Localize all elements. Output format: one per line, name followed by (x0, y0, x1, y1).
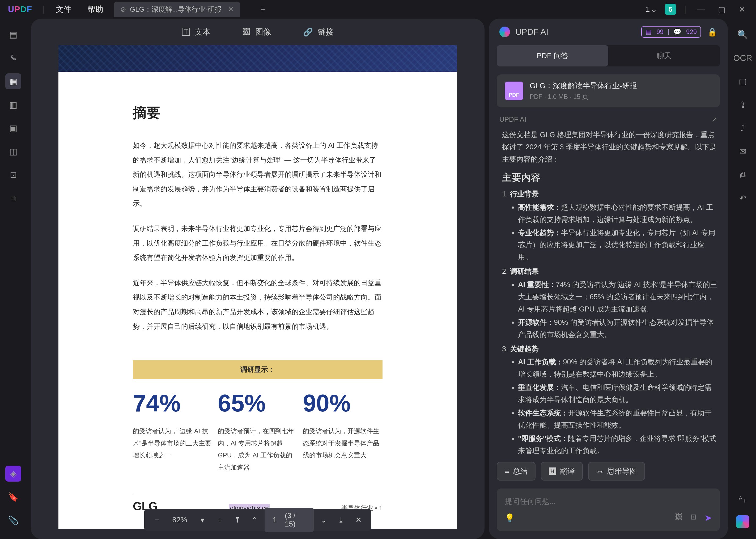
mindmap-icon: ⧟ (596, 467, 603, 476)
phone-tool[interactable]: ▢ (735, 73, 751, 89)
ai-section: 关键趋势AI 工作负载：90% 的受访者将 AI 工作负载列为行业最重要的增长领… (502, 343, 717, 457)
open-external-icon[interactable]: ↗ (711, 116, 717, 123)
reader-tool[interactable]: ▤ (5, 27, 21, 42)
zoom-bar: − 82% ▾ ＋ ⤒ ⌃ 1 (3 / 15) ⌄ ⤓ ✕ (144, 509, 371, 531)
hint-icon[interactable]: 💡 (505, 513, 515, 522)
survey-banner: 调研显示： (133, 360, 382, 379)
user-avatar[interactable]: 5 (665, 4, 676, 15)
stat-block: 90% 的受访者认为，开源软件生态系统对于发掘半导体产品线的市场机会意义重大 (303, 390, 382, 473)
edit-tool[interactable]: ▦ (5, 73, 21, 89)
send-icon[interactable]: ➤ (705, 512, 712, 523)
form-tool[interactable]: ▣ (5, 120, 21, 136)
ai-bullet: 软件生态系统：开源软件生态系统的重要性日益凸显，有助于优化性能、提高互操作性和能… (518, 407, 717, 431)
export-tool[interactable]: ⇪ (735, 97, 751, 113)
compare-tool[interactable]: ⧉ (5, 190, 21, 206)
zoom-in-button[interactable]: ＋ (213, 512, 227, 528)
zoom-value[interactable]: 82% (167, 516, 192, 524)
left-toolbar: ▤ ✎ ▦ ▥ ▣ ◫ ⊡ ⧉ ◈ 🔖 📎 (0, 19, 27, 539)
new-tab-button[interactable]: ＋ (259, 3, 267, 15)
minimize-button[interactable]: — (694, 5, 707, 14)
attachment-tool[interactable]: 📎 (5, 512, 21, 528)
print-tool[interactable]: ⎙ (735, 167, 751, 183)
maximize-button[interactable]: ▢ (715, 5, 728, 14)
stat-desc: 的受访者预计，在四到七年内，AI 专用芯片将超越 GPU，成为 AI 工作负载的… (218, 425, 298, 473)
search-tool[interactable]: 🔍 (735, 27, 751, 42)
page-hero-image (58, 45, 457, 72)
annotate-tool[interactable]: ✎ (5, 50, 21, 66)
ai-panel-toggle[interactable] (736, 515, 749, 528)
document-tab[interactable]: ⊘ GLG：深度解...导体行业-研报 ✕ (114, 2, 240, 17)
crop-tool[interactable]: ⊡ (5, 167, 21, 183)
ai-input-field[interactable]: 提问任何问题... (505, 497, 712, 512)
stat-block: 65% 的受访者预计，在四到七年内，AI 专用芯片将超越 GPU，成为 AI 工… (218, 390, 298, 473)
image-attach-icon[interactable]: 🖼 (675, 512, 682, 523)
document-viewport[interactable]: 摘要 如今，超大规模数据中心对性能的要求越来越高，各类设备上的 AI 工作负载支… (31, 45, 485, 539)
list-icon: ≡ (505, 467, 509, 476)
tab-chat[interactable]: 聊天 (608, 45, 720, 66)
zoom-out-button[interactable]: − (150, 512, 164, 528)
tab-pdf-qa[interactable]: PDF 问答 (497, 45, 608, 66)
right-toolbar: 🔍 OCR ▢ ⇪ ⤴ ✉ ⎙ ↶ ᴬ₊ (729, 19, 756, 539)
ai-bullet: AI 重要性：74% 的受访者认为"边缘 AI 技术"是半导体市场的三大主要增长… (518, 279, 717, 316)
close-tab-icon[interactable]: ✕ (228, 5, 234, 14)
ai-section: 行业背景高性能需求：超大规模数据中心对性能的要求不断提高，AI 工作负载的支持需… (502, 188, 717, 264)
pdf-file-icon: PDF (505, 82, 523, 100)
bookmark-tool[interactable]: 🔖 (5, 489, 21, 505)
ai-doc-card[interactable]: PDF GLG：深度解读半导体行业-研报 PDF · 1.0 MB · 15 页 (497, 74, 720, 108)
edit-link-button[interactable]: 🔗链接 (303, 27, 334, 38)
ai-bullet: AI 工作负载：90% 的受访者将 AI 工作负载列为行业最重要的增长领域，特别… (518, 356, 717, 381)
close-window-button[interactable]: ✕ (736, 5, 748, 14)
ai-panel: UPDF AI ▦99 💬929 🔒 PDF 问答 聊天 PDF GLG：深度解… (489, 19, 728, 539)
summary-button[interactable]: ≡总结 (497, 462, 535, 481)
translate-button[interactable]: 🅰翻译 (541, 462, 583, 481)
menu-file[interactable]: 文件 (55, 4, 71, 15)
stat-desc: 的受访者认为，开源软件生态系统对于发掘半导体产品线的市场机会意义重大 (303, 425, 382, 461)
ai-logo-icon (499, 27, 510, 37)
redact-tool[interactable]: ◫ (5, 143, 21, 159)
mindmap-button[interactable]: ⧟思维导图 (588, 462, 645, 481)
organize-tool[interactable]: ▥ (5, 97, 21, 113)
stat-number: 74% (133, 390, 213, 417)
share-tool[interactable]: ⤴ (735, 120, 751, 136)
chevron-down-icon: ⌄ (651, 5, 657, 14)
layers-tool[interactable]: ◈ (5, 466, 21, 482)
menu-help[interactable]: 帮助 (87, 4, 103, 15)
crop-attach-icon[interactable]: ⊡ (690, 512, 697, 523)
edit-image-button[interactable]: 🖼图像 (242, 27, 271, 38)
zoom-dropdown[interactable]: ▾ (195, 512, 210, 528)
next-page-button[interactable]: ⌄ (316, 512, 331, 528)
ai-bullet: 开源软件：90% 的受访者认为开源软件生态系统对发掘半导体产品线的市场机会意义重… (518, 317, 717, 341)
ai-input[interactable]: 提问任何问题... 💡 🖼 ⊡ ➤ (497, 489, 720, 531)
pdf-page: 摘要 如今，超大规模数据中心对性能的要求越来越高，各类设备上的 AI 工作负载支… (58, 45, 457, 529)
stat-desc: 的受访者认为，“边缘 AI 技术”是半导体市场的三大主要增长领域之一 (133, 425, 213, 461)
page-indicator[interactable]: 1 (3 / 15) (265, 508, 313, 532)
translate-doc-tool[interactable]: ᴬ₊ (735, 492, 751, 508)
tab-title: GLG：深度解...导体行业-研报 (130, 5, 222, 14)
app-logo: UPDF (8, 5, 32, 14)
ai-bullet: 高性能需求：超大规模数据中心对性能的要求不断提高，AI 工作负载的支持需求增加，… (518, 201, 717, 226)
lock-icon[interactable]: 🔒 (707, 27, 717, 37)
ai-intro: 这份文档是 GLG 格理集团对半导体行业的一份深度研究报告，重点探讨了 2024… (502, 129, 717, 166)
email-tool[interactable]: ✉ (735, 143, 751, 159)
prev-page-button[interactable]: ⌃ (247, 512, 262, 528)
ai-doc-name: GLG：深度解读半导体行业-研报 (530, 81, 637, 91)
stat-number: 90% (303, 390, 382, 417)
stat-number: 65% (218, 390, 298, 417)
close-zoombar-button[interactable]: ✕ (351, 512, 366, 528)
ai-bullet: "即服务"模式：随着专用芯片的增多，企业将寻求"即服务"模式来管理专业化的工作负… (518, 433, 717, 457)
undo-tool[interactable]: ↶ (735, 190, 751, 206)
doc-token-icon: ▦ (646, 28, 652, 36)
token-badge[interactable]: ▦99 💬929 (641, 26, 701, 38)
edit-toolbar: 🅃文本 🖼图像 🔗链接 (31, 19, 485, 45)
ai-panel-title: UPDF AI (515, 27, 548, 37)
first-page-button[interactable]: ⤒ (230, 512, 244, 528)
edit-text-button[interactable]: 🅃文本 (182, 27, 211, 38)
stat-block: 74% 的受访者认为，“边缘 AI 技术”是半导体市场的三大主要增长领域之一 (133, 390, 213, 473)
ai-response: 这份文档是 GLG 格理集团对半导体行业的一份深度研究报告，重点探讨了 2024… (489, 123, 728, 457)
ocr-tool[interactable]: OCR (735, 50, 751, 66)
link-break-icon: ⊘ (120, 5, 126, 14)
ai-bullet: 垂直化发展：汽车、电信和医疗保健及生命科学领域的特定需求将成为半导体制造商的最大… (518, 382, 717, 406)
tab-count[interactable]: 1 ⌄ (646, 5, 657, 14)
page-paragraph: 如今，超大规模数据中心对性能的要求越来越高，各类设备上的 AI 工作负载支持的需… (133, 138, 382, 211)
last-page-button[interactable]: ⤓ (334, 512, 348, 528)
